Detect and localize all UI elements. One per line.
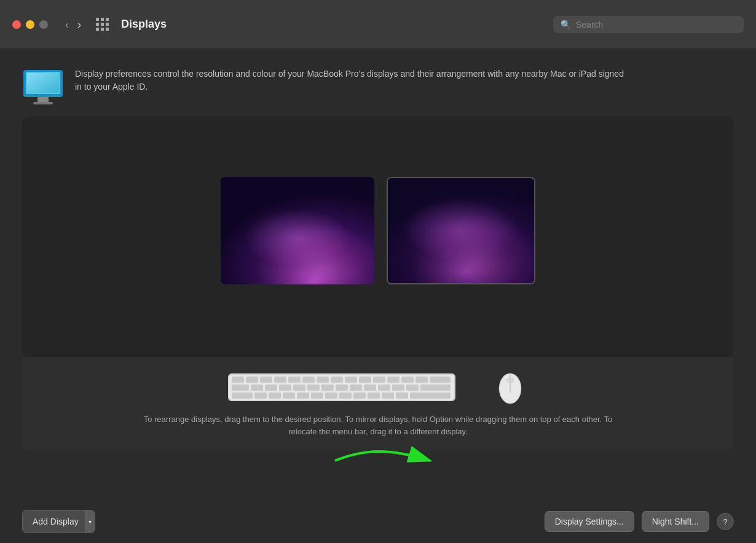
svg-rect-40 <box>232 393 253 399</box>
fullscreen-button[interactable] <box>39 20 48 29</box>
keyboard-mouse-area <box>34 369 722 405</box>
add-display-button[interactable]: Add Display ▾ <box>22 510 95 533</box>
help-label: ? <box>723 517 727 526</box>
svg-rect-33 <box>336 385 348 391</box>
svg-rect-48 <box>353 393 366 399</box>
svg-rect-46 <box>325 393 337 399</box>
arrow-annotation <box>329 442 439 482</box>
help-button[interactable]: ? <box>717 513 734 530</box>
svg-rect-52 <box>410 393 451 399</box>
svg-rect-12 <box>246 377 258 383</box>
search-input[interactable] <box>576 20 736 29</box>
nav-arrows: ‹ › <box>63 18 84 31</box>
bottom-section: To rearrange displays, drag them to the … <box>22 356 734 451</box>
forward-arrow[interactable]: › <box>75 18 84 31</box>
svg-rect-42 <box>269 393 281 399</box>
info-row: Display preferences control the resoluti… <box>22 68 734 102</box>
svg-rect-27 <box>251 385 263 391</box>
svg-rect-34 <box>350 385 362 391</box>
back-arrow[interactable]: ‹ <box>63 18 71 31</box>
app-grid-icon[interactable] <box>96 18 109 31</box>
svg-rect-20 <box>359 377 371 383</box>
monitor-illustration <box>22 70 64 107</box>
svg-rect-13 <box>260 377 272 383</box>
svg-rect-51 <box>396 393 408 399</box>
svg-rect-23 <box>401 377 414 383</box>
add-display-label: Add Display <box>33 517 79 526</box>
display-thumb-primary[interactable] <box>221 177 374 284</box>
svg-rect-4 <box>33 102 53 104</box>
svg-rect-41 <box>254 393 267 399</box>
svg-point-57 <box>506 377 514 383</box>
minimize-button[interactable] <box>26 20 34 29</box>
wallpaper-svg-left <box>221 177 374 284</box>
svg-rect-44 <box>297 393 309 399</box>
svg-rect-39 <box>420 385 451 391</box>
search-icon: 🔍 <box>561 20 571 29</box>
secondary-display-wallpaper <box>388 178 534 283</box>
window-title: Displays <box>121 18 545 31</box>
main-content: Display preferences control the resoluti… <box>0 49 756 543</box>
keyboard-illustration <box>228 370 474 404</box>
svg-rect-45 <box>311 393 323 399</box>
green-arrow-svg <box>329 442 439 479</box>
svg-rect-25 <box>430 377 451 383</box>
display-preview-area <box>22 117 734 356</box>
rearrange-instruction: To rearrange displays, drag them to the … <box>132 413 624 437</box>
close-button[interactable] <box>12 20 21 29</box>
search-bar[interactable]: 🔍 <box>553 16 744 33</box>
display-thumb-secondary[interactable] <box>387 177 535 284</box>
traffic-lights <box>12 20 48 29</box>
night-shift-label: Night Shift... <box>652 517 699 526</box>
displays-container <box>221 177 535 284</box>
svg-rect-21 <box>373 377 385 383</box>
svg-rect-28 <box>265 385 277 391</box>
svg-rect-29 <box>279 385 291 391</box>
svg-rect-19 <box>345 377 357 383</box>
wallpaper-svg-right <box>388 178 534 283</box>
svg-rect-2 <box>27 73 59 93</box>
svg-rect-32 <box>321 385 334 391</box>
display-settings-button[interactable]: Display Settings... <box>545 511 634 532</box>
primary-display-wallpaper <box>221 177 374 284</box>
svg-rect-43 <box>283 393 295 399</box>
info-description: Display preferences control the resoluti… <box>75 68 628 93</box>
svg-rect-35 <box>364 385 376 391</box>
svg-rect-38 <box>406 385 419 391</box>
svg-rect-14 <box>274 377 286 383</box>
svg-rect-15 <box>288 377 301 383</box>
svg-rect-18 <box>331 377 343 383</box>
svg-rect-31 <box>307 385 320 391</box>
svg-rect-36 <box>378 385 390 391</box>
svg-rect-24 <box>415 377 428 383</box>
titlebar: ‹ › Displays 🔍 <box>0 0 756 49</box>
footer: Add Display ▾ Display Settings... Night … <box>0 500 756 543</box>
svg-rect-22 <box>387 377 400 383</box>
content-area: Display preferences control the resoluti… <box>0 49 756 463</box>
svg-rect-17 <box>317 377 329 383</box>
svg-rect-3 <box>37 97 49 102</box>
svg-rect-16 <box>302 377 315 383</box>
svg-rect-37 <box>392 385 404 391</box>
svg-rect-26 <box>232 385 249 391</box>
add-display-chevron[interactable]: ▾ <box>85 510 95 533</box>
svg-rect-49 <box>368 393 380 399</box>
night-shift-button[interactable]: Night Shift... <box>642 511 709 532</box>
svg-point-8 <box>400 208 533 283</box>
svg-rect-11 <box>232 377 244 383</box>
display-icon <box>22 70 61 102</box>
display-settings-label: Display Settings... <box>555 517 624 526</box>
svg-rect-30 <box>293 385 305 391</box>
svg-rect-47 <box>339 393 352 399</box>
svg-rect-50 <box>382 393 394 399</box>
mouse-illustration <box>492 369 528 405</box>
